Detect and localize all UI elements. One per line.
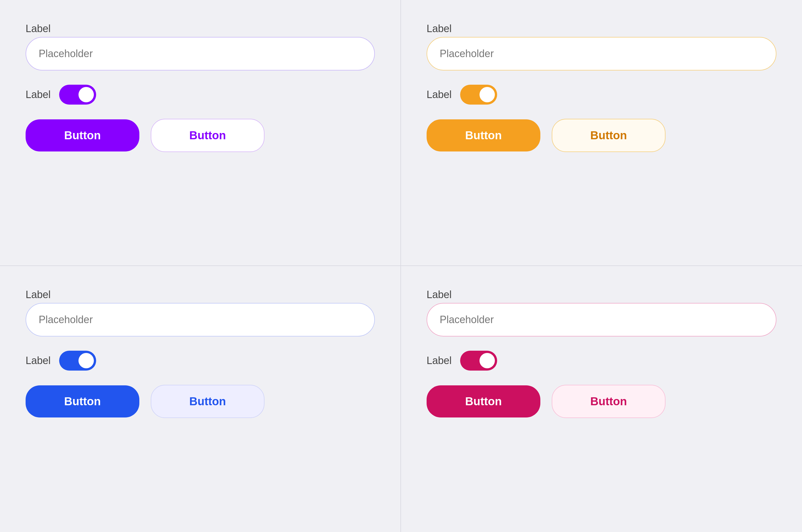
outline-button-purple[interactable]: Button	[151, 119, 265, 152]
toggle-label-pink: Label	[426, 355, 452, 367]
text-input-purple[interactable]	[25, 37, 375, 71]
buttons-row-blue: Button Button	[25, 385, 375, 418]
toggle-knob-purple	[78, 87, 94, 102]
buttons-row-purple: Button Button	[25, 119, 375, 152]
toggle-label-orange: Label	[426, 89, 452, 101]
toggle-row-orange: Label	[426, 85, 777, 104]
toggle-orange[interactable]	[460, 85, 497, 104]
field-group-orange: Label	[426, 23, 777, 71]
field-group-pink: Label	[426, 289, 777, 337]
text-input-orange[interactable]	[426, 37, 777, 71]
buttons-row-orange: Button Button	[426, 119, 777, 152]
toggle-pink[interactable]	[460, 351, 497, 370]
toggle-knob-pink	[479, 353, 495, 368]
toggle-knob-blue	[78, 353, 94, 368]
toggle-label-purple: Label	[25, 89, 51, 101]
outline-button-blue[interactable]: Button	[151, 385, 265, 418]
toggle-purple[interactable]	[59, 85, 96, 104]
toggle-row-pink: Label	[426, 351, 777, 370]
quadrant-purple: Label Label Button Button	[0, 0, 401, 266]
solid-button-blue[interactable]: Button	[25, 385, 139, 417]
buttons-row-pink: Button Button	[426, 385, 777, 418]
solid-button-pink[interactable]: Button	[426, 385, 540, 417]
quadrant-blue: Label Label Button Button	[0, 266, 401, 532]
outline-button-pink[interactable]: Button	[552, 385, 666, 418]
field-label-pink: Label	[426, 289, 777, 301]
solid-button-purple[interactable]: Button	[25, 119, 139, 151]
toggle-row-blue: Label	[25, 351, 375, 370]
quadrant-pink: Label Label Button Button	[401, 266, 802, 532]
field-label-purple: Label	[25, 23, 375, 35]
toggle-row-purple: Label	[25, 85, 375, 104]
main-grid: Label Label Button Button Label Label Bu…	[0, 0, 802, 532]
outline-button-orange[interactable]: Button	[552, 119, 666, 152]
field-group-blue: Label	[25, 289, 375, 337]
toggle-label-blue: Label	[25, 355, 51, 367]
solid-button-orange[interactable]: Button	[426, 119, 540, 151]
quadrant-orange: Label Label Button Button	[401, 0, 802, 266]
field-group-purple: Label	[25, 23, 375, 71]
field-label-blue: Label	[25, 289, 375, 301]
toggle-knob-orange	[479, 87, 495, 102]
text-input-blue[interactable]	[25, 303, 375, 337]
toggle-blue[interactable]	[59, 351, 96, 370]
text-input-pink[interactable]	[426, 303, 777, 337]
field-label-orange: Label	[426, 23, 777, 35]
